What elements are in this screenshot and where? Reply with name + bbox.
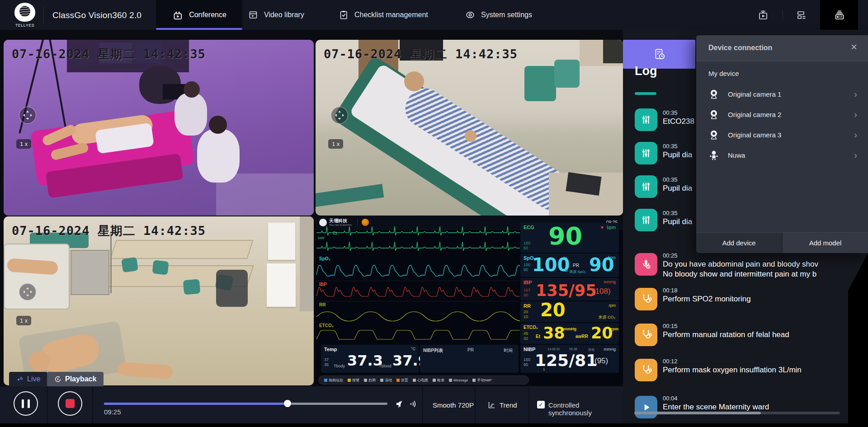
progress-slider-track[interactable] (104, 403, 387, 405)
pr-label: PR (573, 263, 579, 268)
close-icon[interactable]: × (851, 42, 857, 52)
taskbar-label: 手动NBP (477, 378, 491, 383)
mute-icon[interactable] (394, 399, 405, 409)
trend-button-label[interactable]: Trend (500, 401, 517, 409)
live-broadcast-icon (16, 375, 24, 383)
stop-record-button[interactable] (58, 391, 82, 416)
cam3-pan-control[interactable] (19, 283, 36, 300)
stop-icon (66, 399, 75, 408)
taskbar-item[interactable]: 检查 (433, 378, 444, 383)
add-device-button[interactable]: Add device (696, 233, 782, 253)
spo2-lim-hi: 100 (524, 263, 530, 267)
progress-slider-thumb[interactable] (284, 400, 291, 407)
tab-label: Conference (189, 11, 226, 19)
device-item-original-camera-3[interactable]: Original camera 3 › (696, 126, 868, 144)
device-item-label: Original camera 1 (728, 90, 781, 98)
screen-cast-icon[interactable] (757, 9, 769, 21)
temp-lim-hi: 37 (324, 357, 329, 362)
taskbar-item[interactable]: 报警 (348, 378, 359, 383)
stethoscope-icon (635, 359, 657, 381)
top-nav: TELLYES ClassGo Vision360 2.0 Conference… (0, 0, 868, 30)
ibp-lim-lo: 90 (524, 293, 528, 297)
pause-icon (22, 399, 30, 408)
cam2-zoom-badge[interactable]: 1 x (328, 139, 343, 149)
check-icon: ✓ (538, 401, 543, 408)
layout-windows-icon[interactable] (795, 9, 808, 21)
cam2-dark-sleeve (603, 40, 623, 63)
taskbar-item[interactable]: Message (449, 378, 468, 382)
log-entry-time: 00:18 (663, 287, 678, 294)
taskbar-item[interactable]: 手动NBP (472, 378, 491, 383)
tab-conference[interactable]: Conference (156, 0, 242, 30)
log-entry-text-line2: No bloody show and intermittent pain at … (663, 270, 816, 279)
camera-feed-3[interactable]: 07-16-2024 星期二 14:42:35 1 x (4, 216, 314, 385)
ecg-lim-lo: 60 (524, 246, 528, 250)
log-scrollbar-thumb[interactable] (634, 412, 761, 414)
taskbar-item[interactable]: 设置 (396, 378, 408, 383)
cam3-zoom-badge[interactable]: 1 x (16, 316, 31, 325)
tblood-label: Tblood (379, 364, 392, 368)
taskbar-label: 报警 (352, 378, 359, 383)
log-entry-text: Pupil dia (663, 184, 692, 193)
nibp-mean: (95) (594, 357, 608, 366)
taskbar-item[interactable]: 冻结 (380, 378, 392, 383)
device-panel-header: Device connection × (696, 35, 868, 61)
cam2-manikin-hand (465, 130, 476, 142)
nibp-lim-hi: 150 (524, 357, 530, 362)
pause-button[interactable] (14, 391, 38, 416)
control-divider (475, 386, 476, 423)
tab-playback[interactable]: Playback (47, 372, 104, 386)
taskbar-item[interactable]: 趋势 (364, 378, 376, 383)
etco2-lim-hi: 45 (524, 331, 528, 336)
cam2-manikin-head (404, 71, 424, 91)
tbody-value: 37.3 (347, 352, 383, 369)
ibp-value: 135/95 (536, 282, 597, 300)
tab-video-library[interactable]: Video library (248, 0, 327, 30)
nibp-value: 125/81 (535, 351, 597, 370)
nibp-unit: mmHg (604, 347, 616, 352)
cam2-green-chair (524, 66, 556, 101)
spo2-vitals-box: SpO₂ % bpm 100 90 100 ≡ PR 来源 SpO₂ 90 (520, 253, 619, 277)
device-item-original-camera-2[interactable]: Original camera 2 › (696, 105, 868, 123)
tab-system-settings[interactable]: System settings (465, 0, 553, 30)
log-entry-text: Pupil dia (663, 217, 692, 226)
quality-selector[interactable]: Smooth 720P (433, 401, 474, 409)
patient-monitor-feed[interactable]: 天堰科技 TELLYES SCIENTIFIC 09:25 x1 1mV SpO… (316, 216, 623, 385)
nibp-countdown: 00:38 (569, 347, 577, 351)
resp-waveform (316, 308, 520, 321)
cam1-person-head2 (209, 116, 227, 134)
taskbar-item[interactable]: 病例信息 (324, 378, 343, 383)
log-tab-button[interactable] (623, 40, 695, 69)
tab-live[interactable]: Live (9, 372, 47, 386)
tbody-label: Tbody (334, 364, 345, 368)
add-model-button[interactable]: Add model (783, 233, 868, 253)
app-title: ClassGo Vision360 2.0 (52, 10, 142, 20)
device-item-nuwa[interactable]: Nuwa › (696, 146, 868, 164)
log-scrollbar-track[interactable] (634, 412, 840, 414)
device-connection-icon[interactable] (833, 9, 846, 21)
cam1-pan-control[interactable] (19, 107, 36, 124)
cam2-timestamp: 07-16-2024 星期二 14:42:35 (324, 46, 518, 62)
monitor-taskbar[interactable]: 病例信息 报警 趋势 冻结 设置 心电图 检查 Message 手动NBP (318, 375, 529, 385)
camera-feed-1[interactable]: 07-16-2024 星期二 14:42:35 1 x (4, 40, 314, 216)
camera-feed-2[interactable]: 07-16-2024 星期二 14:42:35 1 x (316, 40, 623, 216)
toolbar-divider (783, 10, 783, 20)
monitor-brand: 天堰科技 (329, 218, 347, 224)
trend-icon[interactable] (487, 401, 496, 409)
cam1-zoom-badge[interactable]: 1 x (16, 139, 31, 149)
etco2-vitals-box: ETCO₂ 45 32 Et 38 mmHg awRR 20 rpm (520, 323, 619, 344)
cam2-pan-control[interactable] (331, 107, 348, 124)
device-item-original-camera-1[interactable]: Original camera 1 › (696, 85, 868, 103)
cam3-chair2 (152, 260, 169, 275)
device-item-label: Original camera 3 (728, 131, 781, 139)
sync-checkbox[interactable]: ✓ (537, 401, 545, 408)
active-tab-underline (156, 28, 242, 30)
taskbar-item[interactable]: 心电图 (413, 378, 428, 383)
cam3-poster (268, 223, 295, 260)
stethoscope-icon (635, 324, 657, 346)
taskbar-label: 设置 (401, 378, 408, 383)
nibp-label: NIBP (524, 347, 535, 352)
parameter-sliders-icon (635, 209, 657, 231)
tab-checklist-management[interactable]: Checklist management (338, 0, 447, 30)
volume-wave-icon[interactable] (408, 399, 419, 409)
